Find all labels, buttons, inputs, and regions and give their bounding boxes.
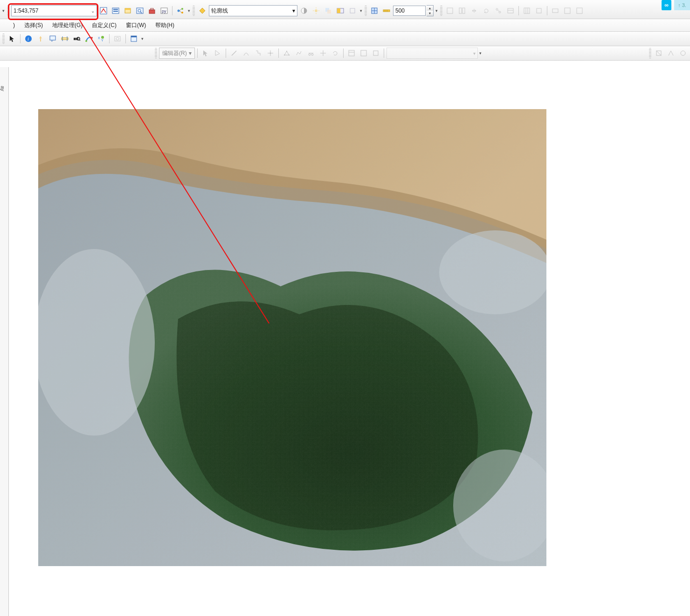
chevron-down-icon: ▾ xyxy=(292,7,295,14)
edit-arc-icon[interactable] xyxy=(241,48,252,59)
time-slider-icon[interactable] xyxy=(112,33,123,44)
toolbar-grip[interactable] xyxy=(649,48,651,58)
chevron-down-icon: ▾ xyxy=(473,51,476,56)
georef-2[interactable] xyxy=(456,5,468,16)
spinner-up-icon[interactable]: ▲ xyxy=(427,6,433,11)
svg-rect-28 xyxy=(350,8,355,13)
georef-7[interactable] xyxy=(562,5,573,16)
goto-xy-icon[interactable]: XY xyxy=(96,33,107,44)
hyperlink-icon[interactable] xyxy=(35,33,46,44)
svg-line-17 xyxy=(179,11,181,13)
svg-rect-5 xyxy=(125,8,131,10)
edit-rotate-icon[interactable] xyxy=(330,48,341,59)
edit-line-icon[interactable] xyxy=(228,48,240,59)
svg-point-15 xyxy=(181,12,183,14)
menu-help[interactable]: 帮助(H) xyxy=(151,20,179,31)
georef-8[interactable] xyxy=(574,5,585,16)
search-window-icon[interactable] xyxy=(134,5,145,16)
dropdown-arrow-icon[interactable]: ▾ xyxy=(140,34,144,44)
toolbar-separator xyxy=(518,6,519,15)
snap-3-icon[interactable] xyxy=(677,48,689,59)
measure-icon[interactable] xyxy=(59,33,70,44)
georef-5[interactable] xyxy=(533,5,545,16)
georef-table[interactable] xyxy=(505,5,516,16)
georef-1[interactable] xyxy=(444,5,455,16)
edit-pointer-icon[interactable] xyxy=(200,48,211,59)
identify-icon[interactable]: i xyxy=(23,33,34,44)
svg-line-70 xyxy=(232,51,236,55)
buffer-spinner[interactable]: ▲▼ xyxy=(427,5,434,16)
georef-grid[interactable] xyxy=(521,5,532,16)
toolbar-separator xyxy=(384,48,384,58)
toolbar-separator xyxy=(278,48,279,58)
grid-icon[interactable] xyxy=(369,5,380,16)
svg-rect-53 xyxy=(50,36,55,40)
dropdown-arrow-icon[interactable]: ▾ xyxy=(435,6,438,16)
dropdown-arrow-icon[interactable]: ▾ xyxy=(359,6,363,16)
svg-rect-37 xyxy=(459,8,462,14)
map-view[interactable] xyxy=(10,67,690,616)
python-icon[interactable]: py xyxy=(159,5,170,16)
toolbar-grip[interactable] xyxy=(155,48,157,58)
menu-geoprocessing[interactable]: 地理处理(G) xyxy=(48,20,87,31)
html-popup-icon[interactable] xyxy=(47,33,58,44)
snap-2-icon[interactable] xyxy=(665,48,676,59)
georef-link[interactable] xyxy=(493,5,504,16)
edit-sketch-icon[interactable] xyxy=(358,48,369,59)
svg-line-41 xyxy=(497,10,499,12)
model-builder-icon[interactable] xyxy=(175,5,186,16)
svg-point-14 xyxy=(181,8,183,10)
edit-reshape-icon[interactable] xyxy=(293,48,304,59)
editor-template-combo[interactable]: ▾ xyxy=(386,48,478,59)
buffer-distance-input[interactable]: 500 xyxy=(393,6,426,16)
menu-partial[interactable]: ) xyxy=(8,21,20,30)
toolbar-handle-icon[interactable]: ▾ xyxy=(1,6,5,16)
pointer-icon[interactable] xyxy=(7,33,18,44)
contrast-icon[interactable] xyxy=(298,5,310,16)
edit-trace-icon[interactable] xyxy=(253,48,264,59)
georef-rotate[interactable] xyxy=(481,5,492,16)
svg-rect-27 xyxy=(337,8,340,13)
toolbox-icon[interactable] xyxy=(146,5,158,16)
toolbar-tools: i XY ▾ xyxy=(0,32,690,46)
toolbar-grip[interactable] xyxy=(193,6,195,16)
editor-toolbar-icon[interactable] xyxy=(98,5,109,16)
transparency-icon[interactable] xyxy=(323,5,334,16)
georef-pan[interactable] xyxy=(469,5,480,16)
brightness-icon[interactable] xyxy=(310,5,322,16)
editor-menu-button[interactable]: 编辑器(R) ▾ xyxy=(159,48,195,59)
svg-rect-84 xyxy=(361,50,366,56)
edit-point-icon[interactable] xyxy=(265,48,276,59)
toolbar-grip[interactable] xyxy=(2,34,5,44)
viewer-window-icon[interactable] xyxy=(128,33,139,44)
svg-rect-32 xyxy=(383,10,390,12)
swipe-icon[interactable] xyxy=(335,5,346,16)
app-badge-suffix: ↑ 3. xyxy=(674,0,690,10)
dropdown-arrow-icon[interactable]: ▾ xyxy=(187,6,191,16)
edit-attributes-icon[interactable] xyxy=(346,48,357,59)
flicker-icon[interactable] xyxy=(347,5,358,16)
spinner-down-icon[interactable]: ▼ xyxy=(427,11,433,16)
dropdown-arrow-icon[interactable]: ▾ xyxy=(479,48,483,58)
toolbar-grip[interactable] xyxy=(365,6,367,16)
edit-vertex-icon[interactable] xyxy=(281,48,292,59)
buffer-distance-value: 500 xyxy=(395,7,405,14)
edit-cut-icon[interactable] xyxy=(305,48,317,59)
georef-6[interactable] xyxy=(550,5,561,16)
edit-arrow-icon[interactable] xyxy=(212,48,223,59)
catalog-icon[interactable] xyxy=(122,5,133,16)
find-icon[interactable] xyxy=(71,33,83,44)
snap-1-icon[interactable] xyxy=(653,48,664,59)
edit-split-icon[interactable] xyxy=(317,48,329,59)
toolbar-grip[interactable] xyxy=(440,6,442,16)
menu-select[interactable]: 选择(S) xyxy=(20,20,48,31)
left-collapsed-panel[interactable]: ay xyxy=(0,67,9,616)
menu-window[interactable]: 窗口(W) xyxy=(121,20,151,31)
ruler-icon[interactable] xyxy=(381,5,392,16)
svg-rect-49 xyxy=(565,8,570,14)
toolbar-separator xyxy=(125,34,126,43)
effects-layer-combo[interactable]: 轮廓线 ▾ xyxy=(209,5,297,16)
toc-icon[interactable] xyxy=(110,5,121,16)
menu-customize[interactable]: 自定义(C) xyxy=(87,20,121,31)
edit-a-icon[interactable] xyxy=(370,48,381,59)
